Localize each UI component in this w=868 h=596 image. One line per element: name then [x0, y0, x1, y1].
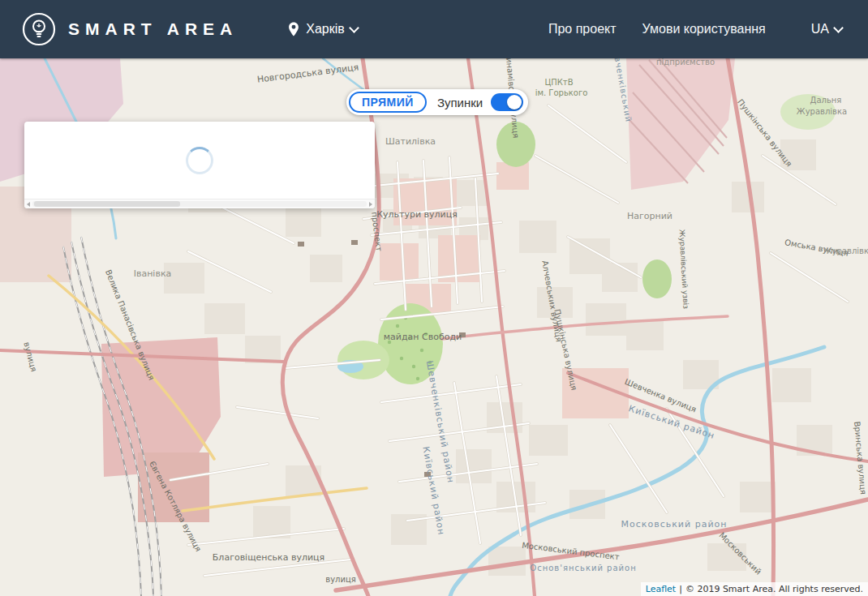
chevron-down-icon — [833, 23, 844, 33]
language-selector[interactable]: UA — [811, 22, 842, 36]
map-label: Дальня — [810, 96, 842, 105]
nav-about-link[interactable]: Про проект — [548, 22, 617, 36]
copyright-text: © 2019 Smart Area. All rights reserved. — [685, 584, 863, 594]
brand-title: SMART AREA — [68, 19, 238, 39]
map-label: Іванівка — [134, 268, 172, 279]
map-label: Культури вулиця — [376, 209, 458, 220]
results-loading-panel — [24, 122, 375, 208]
panel-horizontal-scrollbar[interactable] — [24, 199, 375, 208]
scroll-left-arrow-icon[interactable] — [27, 202, 30, 207]
map-label: Нагорний — [627, 211, 672, 221]
map-container[interactable]: Новгородська вулицяпідприємствоШевченків… — [0, 58, 868, 596]
location-pin-icon — [288, 22, 299, 36]
nav-terms-link[interactable]: Умови користування — [642, 22, 766, 36]
map-label: Благовіщенська вулиця — [213, 552, 324, 563]
map-label: Журавлівка — [823, 247, 868, 255]
map-label: підприємство — [656, 58, 715, 66]
scroll-right-arrow-icon[interactable] — [369, 202, 372, 207]
scrollbar-track[interactable] — [32, 201, 367, 207]
toggle-knob-icon — [507, 95, 522, 109]
header-nav: Про проект Умови користування — [548, 22, 766, 36]
map-label: Основ'янський район — [530, 564, 636, 572]
map-label: Московський район — [621, 519, 728, 530]
attribution-divider: | — [679, 584, 682, 594]
panel-body — [24, 122, 375, 199]
route-mode-button[interactable]: ПРЯМИЙ — [349, 92, 427, 113]
map-label: вулиця — [325, 575, 356, 584]
leaflet-link[interactable]: Leaflet — [646, 584, 676, 594]
map-attribution: Leaflet|© 2019 Smart Area. All rights re… — [641, 582, 868, 596]
map-label: Шатилівка — [385, 136, 436, 147]
scrollbar-thumb[interactable] — [34, 201, 180, 207]
map-label: майдан Свободи — [384, 332, 462, 342]
map-label: ім. Горького — [535, 88, 588, 97]
stops-toggle-label: Зупинки — [437, 96, 483, 109]
map-label: ЦПКтВ — [544, 78, 573, 87]
smart-area-logo-icon — [21, 11, 57, 47]
loading-spinner-icon — [186, 147, 213, 174]
city-label: Харків — [306, 22, 345, 36]
city-selector[interactable]: Харків — [288, 22, 358, 36]
app-header: SMART AREA Харків Про проект Умови корис… — [0, 0, 868, 58]
chevron-down-icon — [349, 23, 359, 33]
language-label: UA — [811, 22, 829, 36]
map-label: Журавлівка — [797, 107, 847, 116]
route-mode-control: ПРЯМИЙ Зупинки — [346, 89, 528, 115]
stops-toggle[interactable] — [491, 93, 523, 111]
